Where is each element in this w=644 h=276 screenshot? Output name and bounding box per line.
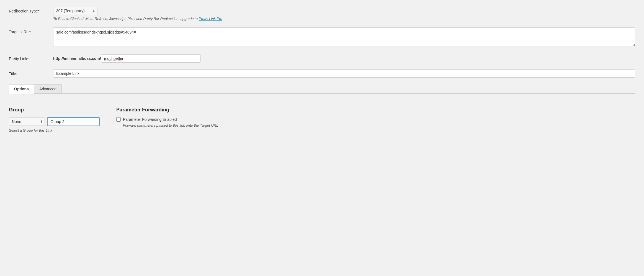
redirection-type-label: Redirection Type*:	[9, 7, 53, 13]
param-forwarding-checkbox[interactable]	[116, 117, 121, 122]
redirection-type-help: To Enable Cloaked, Meta-Refresh, Javascr…	[53, 17, 635, 21]
pretty-link-slug-input[interactable]	[101, 54, 201, 63]
group-name-input[interactable]	[47, 117, 100, 126]
tab-advanced[interactable]: Advanced	[34, 84, 62, 93]
title-row: Title:	[9, 69, 635, 78]
pretty-link-wrap: http://millennialboss.com/	[53, 54, 635, 63]
param-forwarding-title: Parameter Forwarding	[116, 107, 635, 113]
pretty-link-base-url: http://millennialboss.com/	[53, 56, 101, 61]
title-label: Title:	[9, 69, 53, 76]
parameter-forwarding-section: Parameter Forwarding Parameter Forwardin…	[116, 107, 635, 132]
param-forwarding-checkbox-row: Parameter Forwarding Enabled	[116, 117, 635, 122]
title-input[interactable]	[53, 69, 635, 78]
target-url-control: sale.com/asdkgsdghdskhgsd.sjklsdgs#54694…	[53, 27, 635, 48]
group-select-wrapper: None Group 1 Group 2 Group 3 ⬍	[9, 117, 45, 126]
pretty-link-row: Pretty Link*: http://millennialboss.com/	[9, 54, 635, 63]
target-url-textarea[interactable]: sale.com/asdkgsdghdskhgsd.sjklsdgs#54694…	[53, 27, 635, 47]
group-section-title: Group	[9, 107, 100, 113]
param-forwarding-label: Parameter Forwarding Enabled	[123, 117, 177, 122]
pretty-link-control: http://millennialboss.com/	[53, 54, 635, 63]
group-select[interactable]: None Group 1 Group 2 Group 3	[9, 117, 45, 126]
tab-options[interactable]: Options	[9, 84, 34, 94]
pretty-link-label: Pretty Link*:	[9, 54, 53, 61]
group-help-text: Select a Group for this Link	[9, 128, 100, 132]
group-section: Group None Group 1 Group 2 Group 3 ⬍ Sel…	[9, 107, 100, 132]
tabs-container: Options Advanced	[9, 84, 635, 94]
title-control	[53, 69, 635, 78]
target-url-label: Target URL*:	[9, 27, 53, 34]
options-content: Group None Group 1 Group 2 Group 3 ⬍ Sel…	[9, 101, 635, 132]
redirection-type-select-wrapper: 301 (Permanent) 302 (Temporary) 307 (Tem…	[53, 7, 97, 15]
tabs-row: Options Advanced	[9, 84, 635, 93]
pretty-link-pro-link[interactable]: Pretty Link Pro	[199, 17, 222, 21]
param-forwarding-help: Forward parameters passed to this link o…	[123, 123, 635, 127]
target-url-row: Target URL*: sale.com/asdkgsdghdskhgsd.s…	[9, 27, 635, 48]
group-controls: None Group 1 Group 2 Group 3 ⬍	[9, 117, 100, 126]
redirection-type-select[interactable]: 301 (Permanent) 302 (Temporary) 307 (Tem…	[53, 7, 97, 15]
redirection-type-control: 301 (Permanent) 302 (Temporary) 307 (Tem…	[53, 7, 635, 21]
redirection-type-row: Redirection Type*: 301 (Permanent) 302 (…	[9, 7, 635, 21]
